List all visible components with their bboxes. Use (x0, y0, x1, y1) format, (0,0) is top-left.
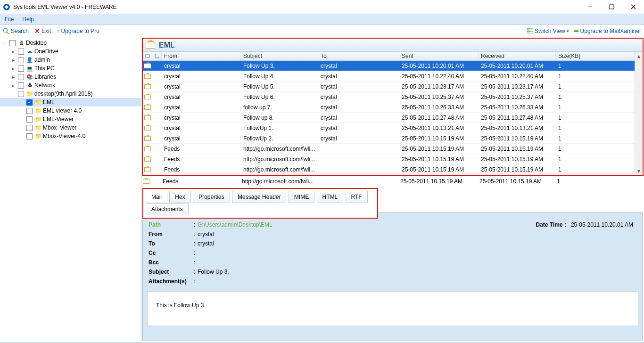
table-row[interactable]: Feedshttp://go.microsoft.com/fwli...25-0… (143, 154, 643, 164)
scroll-down-icon[interactable]: ▾ (635, 167, 643, 175)
tree-network[interactable]: ▸ Network (0, 81, 141, 90)
tree-desktop[interactable]: − Desktop (0, 39, 141, 47)
exit-button[interactable]: ✕ Exit (34, 27, 51, 35)
folder-tree[interactable]: − Desktop ▸ OneDrive ▸ admin ▸ This PC ▸… (0, 37, 141, 342)
tab-properties[interactable]: Properties (193, 191, 230, 203)
preview-pane: Date Time : 25-05-2011 10.20.01 AM Path:… (142, 212, 643, 341)
col-attachment-icon[interactable] (152, 52, 162, 60)
upgrade-mailxaminer-button[interactable]: ➡ Upgrade to MailXaminer (574, 27, 641, 34)
mail-icon (144, 147, 151, 151)
tree-desktop9[interactable]: − desktop(9th April 2018) (0, 90, 141, 98)
to-label: To (149, 240, 194, 247)
svg-rect-2 (610, 5, 614, 9)
titlebar: SysTools EML Viewer v4.0 - FREEWARE (0, 0, 644, 14)
grid-header[interactable]: From Subject To Sent Received Size(KB) (143, 52, 643, 61)
arrow-up-icon: ↑ (57, 27, 60, 34)
to-value: crystal (198, 240, 214, 247)
mail-icon (144, 105, 151, 110)
table-row[interactable]: crystalfollow up 7.crystal25-05-2011 10.… (143, 102, 643, 113)
table-row[interactable]: Feedshttp://go.microsoft.com/fwli...25-0… (143, 144, 643, 154)
tree-thispc[interactable]: ▸ This PC (0, 64, 141, 73)
col-from[interactable]: From (162, 52, 241, 60)
tab-mime[interactable]: MIME (289, 191, 314, 203)
mail-icon (144, 157, 151, 162)
path-label: Path (149, 221, 194, 228)
tree-emlviewer[interactable]: EML-Viewer (0, 115, 141, 123)
mail-icon (144, 95, 151, 99)
close-icon: ✕ (34, 27, 40, 35)
col-size[interactable]: Size(KB) (556, 52, 643, 60)
table-row[interactable]: crystalFollow Up 4.crystal25-05-2011 10.… (143, 71, 643, 82)
mail-icon (144, 136, 151, 141)
col-subject[interactable]: Subject (241, 52, 318, 60)
table-row[interactable]: crystalFollow Up 5.crystal25-05-2011 10.… (143, 82, 643, 92)
mail-icon (144, 74, 151, 79)
svg-line-6 (7, 32, 9, 34)
tree-mboxviewer[interactable]: Mbox -viewer (0, 123, 141, 132)
table-row[interactable]: crystalFollowUp 1.crystal25-05-2011 10.1… (143, 123, 643, 133)
table-row[interactable]: crystalFollow Up 6.crystal25-05-2011 10.… (143, 92, 643, 102)
minimize-button[interactable] (579, 0, 601, 14)
mail-icon (143, 179, 149, 184)
subject-label: Subject (149, 269, 194, 275)
menubar: File Help (0, 14, 644, 25)
window-title: SysTools EML Viewer v4.0 - FREEWARE (13, 4, 117, 10)
col-icon1[interactable] (143, 52, 152, 60)
search-button[interactable]: Search (3, 28, 29, 34)
mail-icon (144, 64, 151, 68)
menu-file[interactable]: File (5, 16, 14, 23)
mail-icon (144, 84, 151, 89)
svg-point-5 (4, 28, 8, 32)
grid-icon (527, 28, 533, 33)
svg-rect-7 (527, 28, 533, 33)
table-row[interactable]: Feedshttp://go.microsoft.com/fwli...25-0… (143, 164, 643, 175)
svg-rect-12 (146, 55, 149, 57)
preview-body: This is Follow Up 3. (147, 291, 638, 326)
preview-datetime: Date Time : 25-05-2011 10.20.01 AM (536, 221, 633, 228)
subject-value: Follow Up 3. (198, 269, 229, 275)
tree-eml[interactable]: ✓ EML (0, 98, 141, 106)
toolbar: Search ✕ Exit ↑ Upgrade to Pro Switch Vi… (0, 25, 644, 37)
tree-mboxviewer40[interactable]: Mbox-Viewer-4.0 (0, 132, 141, 140)
tab-message-header[interactable]: Message Header (232, 191, 286, 203)
close-button[interactable] (622, 0, 644, 14)
arrow-right-icon: ➡ (574, 27, 579, 34)
tree-onedrive[interactable]: ▸ OneDrive (0, 47, 141, 56)
col-received[interactable]: Received (479, 52, 556, 60)
mail-list-panel: EML From Subject To Sent Received Size(K… (142, 38, 644, 176)
switch-view-button[interactable]: Switch View ▾ (527, 28, 569, 34)
tree-libraries[interactable]: ▸ Libraries (0, 73, 141, 81)
upgrade-pro-button[interactable]: ↑ Upgrade to Pro (57, 27, 99, 34)
from-value: crystal (198, 231, 214, 237)
tree-emlviewer40[interactable]: EML viewer 4.0 (0, 106, 141, 115)
tab-html[interactable]: HTML (317, 191, 344, 203)
panel-title: EML (143, 39, 643, 52)
attachments-label: Attachment(s) (149, 278, 194, 285)
from-label: From (149, 231, 194, 237)
mail-icon (144, 126, 151, 131)
tab-attachments[interactable]: Attachments (146, 203, 189, 215)
table-row[interactable]: crystalFollow up 8.crystal25-05-2011 10.… (143, 113, 643, 123)
scroll-up-icon[interactable]: ▴ (635, 52, 643, 60)
col-to[interactable]: To (318, 52, 399, 60)
tab-rtf[interactable]: RTF (346, 191, 368, 203)
table-row[interactable]: Feeds http://go.microsoft.com/fwli... 25… (141, 176, 644, 187)
menu-help[interactable]: Help (22, 16, 34, 23)
app-icon (3, 3, 10, 11)
bcc-label: Bcc (149, 259, 194, 266)
path-value: G:\Users\admin\Desktop\EML (198, 221, 272, 228)
tab-mail[interactable]: Mail (146, 191, 167, 203)
table-row[interactable]: crystalFollowUp 2.crystal25-05-2011 10.1… (143, 133, 643, 144)
mail-icon (144, 115, 151, 120)
tab-hex[interactable]: Hex (169, 191, 190, 203)
grid-body[interactable]: crystalFollow Up 3.crystal25-05-2011 10.… (143, 61, 643, 175)
tree-admin[interactable]: ▸ admin (0, 56, 141, 64)
maximize-button[interactable] (601, 0, 622, 14)
chevron-down-icon: ▾ (567, 29, 569, 33)
search-icon (3, 28, 9, 34)
scrollbar[interactable]: ▴ ▾ (635, 52, 643, 175)
envelope-icon (146, 42, 155, 49)
table-row[interactable]: crystalFollow Up 3.crystal25-05-2011 10.… (143, 61, 643, 71)
mail-icon (144, 167, 151, 172)
col-sent[interactable]: Sent (399, 52, 479, 60)
